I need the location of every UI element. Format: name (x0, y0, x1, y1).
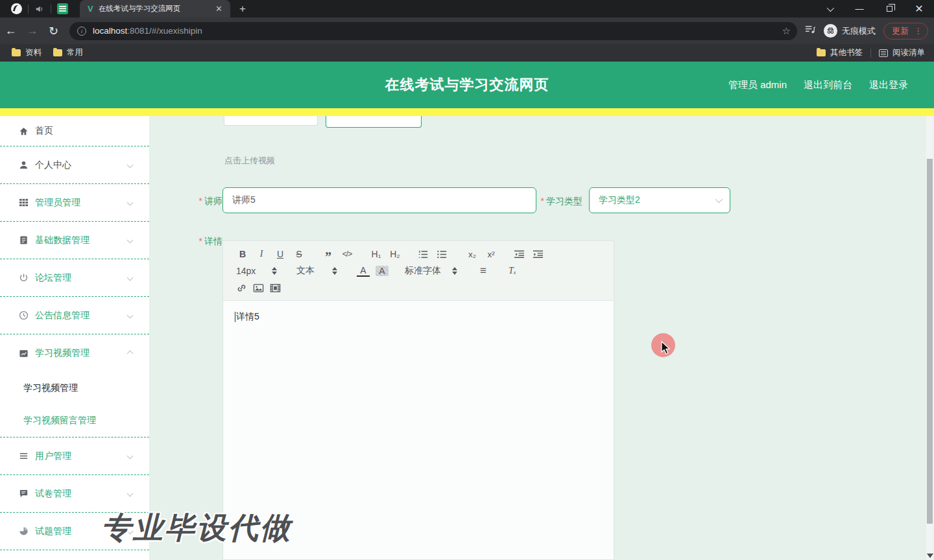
sheets-icon[interactable] (51, 3, 73, 14)
other-bookmarks-button[interactable]: 其他书签 (817, 47, 863, 58)
clear-format-button[interactable]: Tₓ (506, 266, 519, 276)
superscript-button[interactable]: x² (485, 250, 497, 259)
logout-link[interactable]: 退出登录 (869, 79, 908, 91)
reading-list-icon (879, 49, 888, 57)
exit-to-front-link[interactable]: 退出到前台 (804, 79, 852, 91)
browser-toolbar: ← → ↻ i localhost:8081/#/xuexishipin ☆ 无… (0, 18, 934, 44)
stepper-icon[interactable] (332, 267, 337, 275)
text-caret (235, 312, 235, 322)
folder-icon (12, 49, 21, 56)
highlight-color-button[interactable]: A (376, 266, 389, 276)
address-bar[interactable]: i localhost:8081/#/xuexishipin ☆ (69, 22, 797, 40)
restore-button[interactable] (874, 4, 904, 14)
pie-icon (18, 526, 29, 537)
page-scrollbar[interactable] (926, 116, 933, 560)
sidebar-item-study-video[interactable]: 学习视频管理 (0, 334, 149, 372)
profile-chip[interactable]: 无痕模式 (824, 24, 876, 38)
update-button[interactable]: 更新 ⋮ (883, 23, 928, 40)
scrollbar-thumb[interactable] (927, 159, 933, 524)
application-window: V 在线考试与学习交流网页 ✕ + — ✕ ← → ↻ i localhost:… (0, 0, 934, 560)
sidebar-item-basic-data[interactable]: 基础数据管理 (0, 222, 149, 259)
sidebar-item-admin-management[interactable]: 管理员管理 (0, 184, 149, 222)
bookmarks-right: 其他书签 阅读清单 (817, 47, 934, 58)
sidebar-item-home[interactable]: 首页 (0, 116, 149, 146)
reading-list-button[interactable]: 阅读清单 (879, 47, 925, 58)
align-button[interactable]: ≡ (477, 264, 490, 277)
font-size-select[interactable]: 14px (236, 266, 265, 276)
italic-button[interactable]: I (255, 249, 268, 259)
close-button[interactable]: ✕ (904, 3, 934, 15)
bookmark-folder-changyong[interactable]: 常用 (53, 47, 83, 58)
site-info-icon[interactable]: i (77, 27, 86, 36)
browser-tab-active[interactable]: V 在线考试与学习交流网页 ✕ (80, 0, 230, 18)
browser-logo-icon[interactable] (11, 3, 22, 14)
chevron-down-icon (127, 453, 134, 460)
url-text[interactable]: localhost:8081/#/xuexishipin (93, 26, 782, 36)
back-button[interactable]: ← (0, 24, 21, 38)
code-button[interactable]: </> (341, 250, 353, 259)
sidebar-item-announcements[interactable]: 公告信息管理 (0, 297, 149, 334)
bold-button[interactable]: B (236, 249, 249, 259)
strikethrough-button[interactable]: S (293, 249, 305, 259)
sidebar-subitem-study-video-comments[interactable]: 学习视频留言管理 (0, 404, 149, 437)
truncated-input-focused[interactable] (326, 116, 422, 128)
detail-text: 详情5 (236, 311, 259, 323)
editor-content[interactable]: 详情5 (223, 301, 614, 333)
minimize-button[interactable]: — (844, 4, 874, 14)
vue-logo-icon: V (88, 4, 93, 14)
font-family-select[interactable]: 标准字体 (405, 265, 445, 277)
bookmark-star-icon[interactable]: ☆ (782, 25, 791, 37)
watermark-text: 专业毕设代做 (101, 508, 292, 548)
sidebar-group-study-video: 学习视频管理 学习视频管理 学习视频留言管理 (0, 334, 149, 438)
new-tab-button[interactable]: + (239, 3, 246, 16)
sidebar-item-exam-paper[interactable]: 试卷管理 (0, 475, 149, 513)
truncated-input[interactable] (224, 116, 318, 126)
chevron-down-icon (127, 200, 134, 206)
speaker-icon[interactable] (29, 5, 51, 14)
type-select[interactable]: 学习类型2 (589, 187, 730, 213)
scrollbar-down-arrow[interactable] (927, 554, 933, 558)
heading1-button[interactable]: H₁ (370, 249, 383, 259)
indent-button[interactable] (533, 249, 545, 260)
chevron-down-icon (127, 275, 134, 281)
media-control-icon[interactable] (805, 25, 816, 37)
mouse-cursor-icon (660, 341, 673, 355)
tab-close-icon[interactable]: ✕ (213, 4, 225, 14)
grid-icon (18, 198, 29, 208)
bookmark-folder-ziliao[interactable]: 资料 (12, 47, 42, 58)
forward-button[interactable]: → (21, 24, 43, 38)
teacher-input[interactable]: 讲师5 (222, 187, 536, 213)
chevron-down-icon (127, 162, 134, 169)
subscript-button[interactable]: x₂ (466, 250, 479, 259)
sidebar-subitem-study-video-management[interactable]: 学习视频管理 (0, 372, 149, 404)
user-icon (18, 160, 29, 170)
insert-image-button[interactable] (253, 283, 264, 294)
unordered-list-button[interactable] (437, 249, 449, 260)
stepper-icon[interactable] (272, 267, 277, 275)
menu-kebab-icon[interactable]: ⋮ (914, 26, 922, 36)
upload-video-hint[interactable]: 点击上传视频 (224, 155, 275, 167)
heading2-button[interactable]: H₂ (389, 249, 401, 259)
list-icon (18, 451, 29, 461)
sidebar-item-forum[interactable]: 论坛管理 (0, 259, 149, 297)
outdent-button[interactable] (514, 249, 527, 260)
underline-button[interactable]: U (274, 249, 287, 259)
ordered-list-button[interactable] (418, 249, 431, 260)
insert-link-button[interactable] (236, 283, 247, 294)
paragraph-format-select[interactable]: 文本 (296, 265, 325, 277)
bookmarks-bar: 资料 常用 其他书签 阅读清单 (0, 44, 934, 62)
blockquote-button[interactable]: ” (322, 253, 335, 260)
pinned-icons (0, 3, 73, 14)
chevron-up-icon (127, 350, 134, 356)
divider (870, 49, 871, 58)
tab-search-icon[interactable] (815, 4, 844, 14)
stepper-icon[interactable] (452, 267, 457, 275)
font-color-button[interactable]: A (357, 266, 370, 277)
insert-video-button[interactable] (270, 283, 281, 294)
sidebar-item-user-management[interactable]: 用户管理 (0, 438, 149, 475)
document-icon (18, 235, 29, 246)
sidebar-item-personal-center[interactable]: 个人中心 (0, 146, 149, 184)
reload-button[interactable]: ↻ (43, 24, 64, 38)
chat-icon (18, 489, 29, 499)
chevron-down-icon (127, 312, 134, 319)
